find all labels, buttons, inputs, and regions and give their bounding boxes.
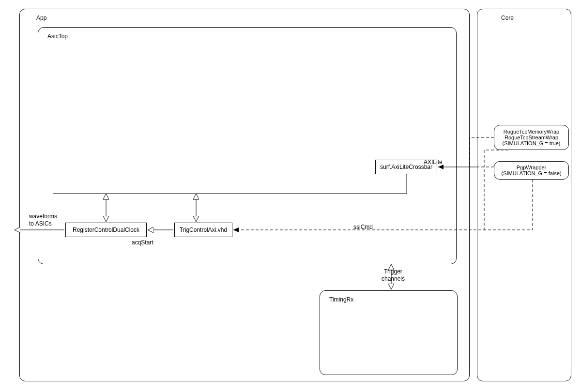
pgp-wrap-block: PgpWrapper (SIMULATION_G = false) [494, 161, 569, 180]
rogue-wrap-line3: (SIMULATION_G = true) [503, 140, 561, 146]
register-control-text: RegisterControlDualClock [73, 226, 139, 233]
rogue-wrap-line1: RogueTcpMemoryWrap [504, 129, 559, 135]
app-label: App [36, 15, 46, 22]
pgp-wrap-line1: PgpWrapper [517, 165, 547, 170]
axilite-label: AXILite [424, 159, 443, 166]
timingrx-label: TimingRx [329, 296, 353, 303]
acqstart-label: acqStart [132, 239, 153, 246]
trigger-channels-label: Trigger channels [382, 268, 405, 283]
core-label: Core [501, 15, 514, 22]
asictop-label: AsicTop [47, 33, 68, 40]
rogue-wrap-block: RogueTcpMemoryWrap RogueTcpStreamWrap (S… [494, 125, 569, 150]
ssicmd-label: ssiCmd [353, 224, 373, 231]
core-container [477, 9, 571, 381]
trig-control-block: TrigControlAxi.vhd [174, 223, 232, 237]
waveforms-label: waveforms to ASICs [29, 213, 57, 227]
register-control-block: RegisterControlDualClock [65, 223, 147, 237]
trig-control-text: TrigControlAxi.vhd [180, 226, 227, 233]
pgp-wrap-line2: (SIMULATION_G = false) [501, 170, 561, 176]
rogue-wrap-line2: RogueTcpStreamWrap [505, 135, 558, 140]
